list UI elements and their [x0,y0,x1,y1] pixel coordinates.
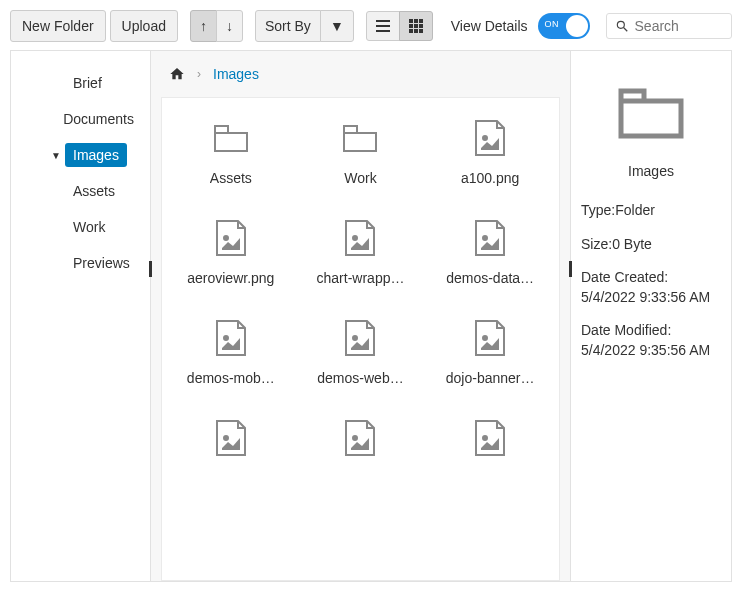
folder-icon [211,118,251,158]
item-name: a100.png [461,170,519,186]
file-item[interactable]: chart-wrapp… [300,214,422,290]
file-item[interactable] [300,414,422,474]
image-file-icon [470,318,510,358]
breadcrumb-home[interactable] [169,66,185,82]
arrow-down-icon: ↓ [226,18,233,34]
image-file-icon [470,418,510,458]
main: BriefDocuments▼ImagesAssetsWorkPreviews … [10,50,732,582]
svg-rect-0 [376,20,390,22]
file-item[interactable] [429,414,551,474]
svg-rect-5 [419,19,423,23]
image-file-icon [211,318,251,358]
image-file-icon [211,218,251,258]
details-type: Type:Folder [581,201,721,221]
image-file-icon [211,418,251,458]
svg-point-15 [224,236,228,240]
tree-item-label: Assets [65,179,123,203]
tree-item-assets[interactable]: Assets [11,173,150,209]
sort-desc-button[interactable]: ↓ [216,10,243,42]
image-file-icon [470,118,510,158]
file-grid: AssetsWorka100.pngaeroviewr.pngchart-wra… [170,114,551,474]
folder-item[interactable]: Assets [170,114,292,190]
view-list-button[interactable] [366,11,400,41]
switch-on-label: ON [545,19,560,29]
file-browser: › Images AssetsWorka100.pngaeroviewr.png… [151,51,571,581]
view-grid-button[interactable] [399,11,433,41]
switch-knob [566,15,588,37]
breadcrumb: › Images [151,51,570,97]
splitter-left[interactable] [149,261,152,277]
search-input[interactable] [635,18,723,34]
grid-view-icon [409,19,423,33]
view-details-label: View Details [451,18,528,34]
toolbar: New Folder Upload ↑ ↓ Sort By ▼ [10,8,732,50]
sort-asc-button[interactable]: ↑ [190,10,217,42]
tree-item-work[interactable]: Work [11,209,150,245]
file-item[interactable]: demos-web… [300,314,422,390]
splitter-right[interactable] [569,261,572,277]
folder-item[interactable]: Work [300,114,422,190]
view-details-toggle[interactable]: ON [538,13,590,39]
svg-rect-8 [419,24,423,28]
details-size: Size:0 Byte [581,235,721,255]
item-name: dojo-banner… [446,370,535,386]
tree-item-label: Work [65,215,113,239]
sort-by-dropdown-button[interactable]: ▼ [320,10,354,42]
svg-rect-6 [409,24,413,28]
svg-rect-2 [376,30,390,32]
image-file-icon [340,218,380,258]
details-title: Images [581,163,721,179]
svg-rect-3 [409,19,413,23]
details-modified: Date Modified: 5/4/2022 9:35:56 AM [581,321,721,360]
folder-icon [340,118,380,158]
search-icon [615,19,629,33]
svg-rect-4 [414,19,418,23]
svg-point-20 [483,336,487,340]
file-item[interactable] [170,414,292,474]
svg-point-19 [353,336,357,340]
image-file-icon [340,418,380,458]
expander-icon: ▼ [51,150,61,161]
sort-by-button[interactable]: Sort By [255,10,321,42]
tree-item-label: Images [65,143,127,167]
item-name: Work [344,170,376,186]
folder-tree: BriefDocuments▼ImagesAssetsWorkPreviews [11,51,151,581]
list-view-icon [376,19,390,33]
item-name: chart-wrapp… [317,270,405,286]
arrow-up-icon: ↑ [200,18,207,34]
svg-point-22 [353,436,357,440]
svg-rect-7 [414,24,418,28]
upload-button[interactable]: Upload [110,10,178,42]
file-item[interactable]: aeroviewr.png [170,214,292,290]
breadcrumb-current[interactable]: Images [213,66,259,82]
svg-rect-9 [409,29,413,33]
item-name: Assets [210,170,252,186]
item-name: demos-web… [317,370,403,386]
details-created: Date Created: 5/4/2022 9:33:56 AM [581,268,721,307]
item-name: demos-data… [446,270,534,286]
item-name: demos-mob… [187,370,275,386]
svg-point-18 [224,336,228,340]
file-item[interactable]: dojo-banner… [429,314,551,390]
search-box[interactable] [606,13,732,39]
svg-line-13 [623,28,627,32]
caret-down-icon: ▼ [330,18,344,34]
svg-point-21 [224,436,228,440]
svg-rect-10 [414,29,418,33]
tree-item-previews[interactable]: Previews [11,245,150,281]
tree-item-documents[interactable]: Documents [11,101,150,137]
tree-item-label: Documents [55,107,142,131]
file-item[interactable]: demos-mob… [170,314,292,390]
file-grid-scroll[interactable]: AssetsWorka100.pngaeroviewr.pngchart-wra… [162,98,559,580]
file-item[interactable]: a100.png [429,114,551,190]
new-folder-button[interactable]: New Folder [10,10,106,42]
tree-item-label: Brief [65,71,110,95]
tree-item-label: Previews [65,251,138,275]
breadcrumb-separator: › [197,67,201,81]
tree-item-brief[interactable]: Brief [11,65,150,101]
home-icon [169,66,185,82]
file-item[interactable]: demos-data… [429,214,551,290]
svg-point-16 [353,236,357,240]
tree-item-images[interactable]: ▼Images [11,137,150,173]
image-file-icon [470,218,510,258]
